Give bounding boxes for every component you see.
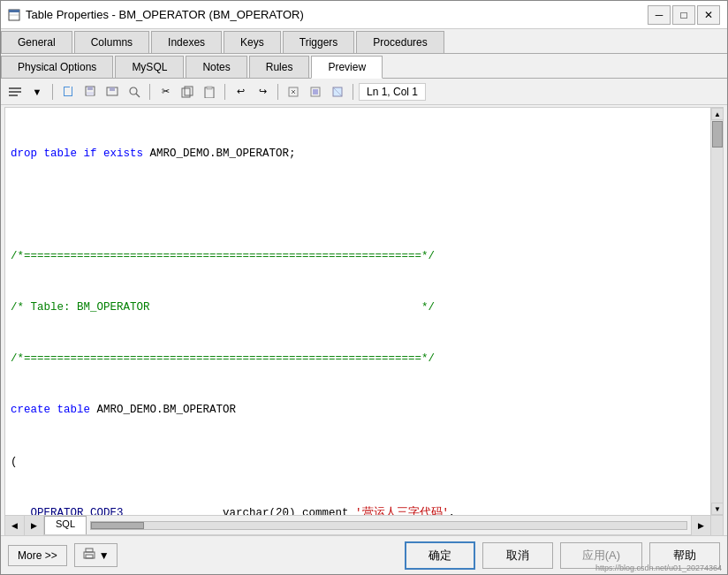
toolbar-b3-btn[interactable]: [328, 82, 347, 102]
code-line-3: /*======================================…: [11, 248, 705, 265]
scroll-right-btn[interactable]: ▶: [25, 516, 44, 535]
toolbar-sep-3: [224, 84, 225, 100]
toolbar-dropdown-btn[interactable]: ▼: [27, 82, 47, 102]
tab-row-1: General Columns Indexes Keys Triggers Pr…: [1, 29, 727, 54]
toolbar-search-btn[interactable]: [125, 82, 144, 102]
tab-procedures[interactable]: Procedures: [356, 31, 444, 53]
toolbar-b2-btn[interactable]: [306, 82, 325, 102]
toolbar-undo-btn[interactable]: ↩: [231, 82, 250, 102]
code-line-5: /*======================================…: [11, 351, 705, 367]
toolbar-sep-1: [52, 84, 53, 100]
bottom-bar: ◀ ▶ SQL ▶: [4, 516, 724, 535]
app-icon: [8, 9, 20, 21]
tab-mysql[interactable]: MySQL: [115, 56, 184, 78]
hscroll-thumb[interactable]: [91, 522, 144, 529]
window-title: Table Properties - BM_OPERATOR (BM_OPERA…: [26, 8, 304, 21]
svg-rect-29: [86, 549, 93, 552]
toolbar-sep-4: [277, 84, 278, 100]
hscroll-right-btn[interactable]: ▶: [691, 516, 710, 535]
close-button[interactable]: ✕: [697, 5, 720, 25]
toolbar-save2-btn[interactable]: [102, 82, 122, 102]
code-line-1: drop table if exists AMRO_DEMO.BM_OPERAT…: [11, 146, 705, 163]
toolbar-new-btn[interactable]: [58, 82, 78, 102]
bottom-tab-sql[interactable]: SQL: [44, 516, 87, 534]
tab-notes[interactable]: Notes: [186, 56, 246, 78]
maximize-button[interactable]: □: [672, 5, 695, 25]
toolbar-copy-btn[interactable]: [178, 82, 197, 102]
svg-rect-20: [207, 87, 212, 89]
print-button[interactable]: ▼: [74, 543, 118, 567]
scroll-left-btn[interactable]: ◀: [5, 516, 25, 535]
toolbar-sep-2: [149, 84, 150, 100]
scroll-thumb[interactable]: [712, 121, 723, 148]
code-line-2: [11, 197, 705, 214]
toolbar-save-btn[interactable]: [80, 82, 100, 102]
confirm-button[interactable]: 确定: [405, 541, 475, 570]
svg-rect-3: [9, 87, 21, 89]
toolbar-paste-btn[interactable]: [200, 82, 219, 102]
svg-rect-5: [9, 95, 18, 96]
svg-rect-30: [86, 555, 93, 558]
toolbar-sep-5: [353, 84, 353, 100]
footer: More >> ▼ 确定 取消 应用(A) 帮助 https://blog.cs…: [1, 535, 727, 574]
toolbar: ▼ ✂ ↩ ↪: [1, 79, 727, 105]
tab-preview[interactable]: Preview: [311, 56, 383, 79]
svg-rect-12: [87, 92, 94, 95]
tab-keys[interactable]: Keys: [224, 31, 281, 53]
svg-rect-6: [64, 87, 70, 87]
toolbar-edit-btn[interactable]: [5, 82, 25, 102]
title-bar-left: Table Properties - BM_OPERATOR (BM_OPERA…: [8, 8, 304, 21]
main-window: Table Properties - BM_OPERATOR (BM_OPERA…: [0, 0, 728, 575]
tab-columns[interactable]: Columns: [74, 31, 149, 53]
svg-rect-9: [72, 87, 72, 96]
more-label: More >>: [18, 549, 57, 562]
code-editor[interactable]: drop table if exists AMRO_DEMO.BM_OPERAT…: [5, 108, 710, 515]
title-controls: ─ □ ✕: [648, 5, 720, 25]
title-bar: Table Properties - BM_OPERATOR (BM_OPERA…: [1, 1, 727, 29]
tab-triggers[interactable]: Triggers: [283, 31, 355, 53]
position-indicator: Ln 1, Col 1: [359, 83, 426, 101]
svg-line-16: [136, 94, 140, 97]
main-content: drop table if exists AMRO_DEMO.BM_OPERAT…: [1, 105, 727, 535]
toolbar-redo-btn[interactable]: ↪: [253, 82, 272, 102]
scroll-down-btn[interactable]: ▼: [711, 503, 724, 515]
print-dropdown[interactable]: ▼: [99, 549, 110, 562]
tab-physical-options[interactable]: Physical Options: [1, 56, 113, 78]
toolbar-cut-btn[interactable]: ✂: [155, 82, 175, 102]
code-line-6: create table AMRO_DEMO.BM_OPERATOR: [11, 402, 705, 419]
vertical-scrollbar[interactable]: ▲ ▼: [710, 108, 723, 515]
code-line-8: OPERATOR_CODE3 varchar(20) comment '营运人三…: [11, 505, 705, 515]
more-button[interactable]: More >>: [8, 545, 67, 566]
hscroll-track[interactable]: [90, 521, 687, 530]
code-line-7: (: [11, 454, 705, 471]
scroll-up-btn[interactable]: ▲: [711, 108, 724, 120]
svg-rect-1: [9, 10, 19, 12]
svg-rect-4: [9, 91, 21, 93]
minimize-button[interactable]: ─: [648, 5, 671, 25]
scroll-track: [711, 120, 723, 503]
toolbar-b1-btn[interactable]: [284, 82, 303, 102]
svg-rect-11: [87, 87, 93, 90]
hscroll-area: [87, 516, 691, 534]
svg-rect-7: [64, 87, 64, 96]
svg-point-15: [130, 87, 137, 95]
svg-rect-8: [64, 95, 72, 96]
code-line-4: /* Table: BM_OPERATOR */: [11, 299, 705, 316]
tab-rules[interactable]: Rules: [249, 56, 310, 78]
tab-indexes[interactable]: Indexes: [151, 31, 222, 53]
corner-box: [710, 516, 723, 535]
cancel-button[interactable]: 取消: [482, 542, 553, 569]
url-hint: https://blog.csdn.net/u01_20274364: [595, 564, 722, 572]
tab-row-2: Physical Options MySQL Notes Rules Previ…: [1, 54, 727, 79]
print-icon: [82, 548, 96, 563]
tab-general[interactable]: General: [1, 31, 72, 53]
svg-rect-14: [110, 87, 115, 91]
svg-rect-25: [313, 89, 318, 95]
